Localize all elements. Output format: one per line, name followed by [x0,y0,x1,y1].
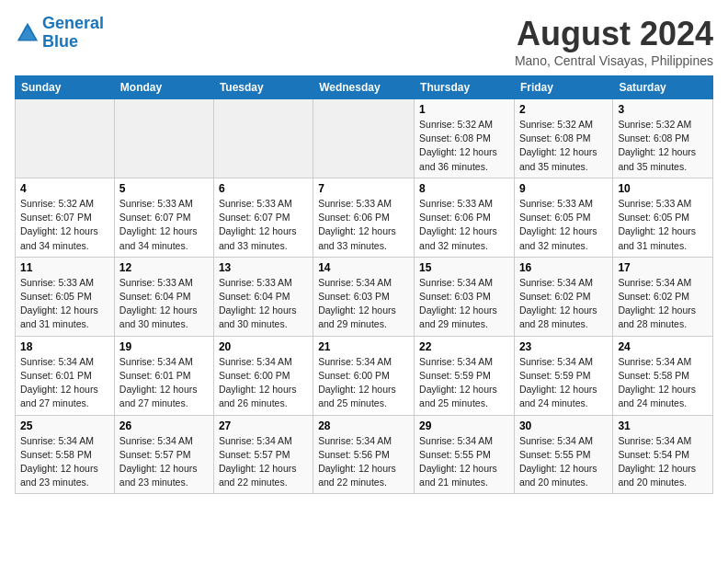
cell-content: Sunrise: 5:34 AMSunset: 5:55 PMDaylight:… [419,434,509,490]
day-number: 27 [219,419,308,432]
day-number: 4 [20,182,109,195]
day-number: 11 [20,261,109,274]
day-number: 2 [519,103,608,116]
cell-content: Sunrise: 5:34 AMSunset: 6:01 PMDaylight:… [20,355,109,411]
calendar-cell: 18Sunrise: 5:34 AMSunset: 6:01 PMDayligh… [16,336,115,415]
calendar-cell: 14Sunrise: 5:34 AMSunset: 6:03 PMDayligh… [313,257,415,336]
day-number: 6 [219,182,308,195]
day-number: 31 [618,419,708,432]
calendar-cell: 10Sunrise: 5:33 AMSunset: 6:05 PMDayligh… [613,178,713,257]
logo-line2: Blue [42,32,78,51]
title-block: August 2024 Mano, Central Visayas, Phili… [515,15,713,68]
cell-content: Sunrise: 5:34 AMSunset: 6:03 PMDaylight:… [419,276,509,332]
cell-content: Sunrise: 5:34 AMSunset: 5:58 PMDaylight:… [20,434,109,490]
cell-content: Sunrise: 5:33 AMSunset: 6:05 PMDaylight:… [618,197,708,253]
day-header-wednesday: Wednesday [313,76,415,99]
cell-content: Sunrise: 5:34 AMSunset: 5:59 PMDaylight:… [419,355,509,411]
calendar-cell: 21Sunrise: 5:34 AMSunset: 6:00 PMDayligh… [313,336,415,415]
day-number: 3 [618,103,708,116]
cell-content: Sunrise: 5:34 AMSunset: 5:54 PMDaylight:… [618,434,708,490]
day-number: 20 [219,340,308,353]
day-number: 30 [519,419,608,432]
cell-content: Sunrise: 5:32 AMSunset: 6:08 PMDaylight:… [618,118,708,174]
cell-content: Sunrise: 5:34 AMSunset: 5:57 PMDaylight:… [119,434,209,490]
calendar-cell: 11Sunrise: 5:33 AMSunset: 6:05 PMDayligh… [16,257,115,336]
calendar-body: 1Sunrise: 5:32 AMSunset: 6:08 PMDaylight… [16,99,713,494]
calendar-cell: 8Sunrise: 5:33 AMSunset: 6:06 PMDaylight… [415,178,515,257]
day-number: 25 [20,419,109,432]
calendar-cell: 12Sunrise: 5:33 AMSunset: 6:04 PMDayligh… [114,257,213,336]
day-number: 10 [618,182,708,195]
calendar-cell: 3Sunrise: 5:32 AMSunset: 6:08 PMDaylight… [613,99,713,178]
cell-content: Sunrise: 5:33 AMSunset: 6:05 PMDaylight:… [519,197,608,253]
calendar-cell [114,99,213,178]
cell-content: Sunrise: 5:34 AMSunset: 6:00 PMDaylight:… [219,355,308,411]
day-number: 18 [20,340,109,353]
calendar-cell: 16Sunrise: 5:34 AMSunset: 6:02 PMDayligh… [514,257,612,336]
cell-content: Sunrise: 5:34 AMSunset: 5:55 PMDaylight:… [519,434,608,490]
day-number: 17 [618,261,708,274]
calendar-cell: 4Sunrise: 5:32 AMSunset: 6:07 PMDaylight… [16,178,115,257]
calendar-cell: 26Sunrise: 5:34 AMSunset: 5:57 PMDayligh… [114,415,213,494]
day-number: 12 [119,261,209,274]
cell-content: Sunrise: 5:34 AMSunset: 5:57 PMDaylight:… [219,434,308,490]
week-row-5: 25Sunrise: 5:34 AMSunset: 5:58 PMDayligh… [16,415,713,494]
cell-content: Sunrise: 5:33 AMSunset: 6:07 PMDaylight:… [119,197,209,253]
month-year: August 2024 [515,15,713,53]
day-number: 14 [318,261,409,274]
calendar-header: SundayMondayTuesdayWednesdayThursdayFrid… [16,76,713,99]
cell-content: Sunrise: 5:34 AMSunset: 6:00 PMDaylight:… [318,355,409,411]
day-number: 26 [119,419,209,432]
cell-content: Sunrise: 5:34 AMSunset: 6:03 PMDaylight:… [318,276,409,332]
day-number: 29 [419,419,509,432]
cell-content: Sunrise: 5:33 AMSunset: 6:05 PMDaylight:… [20,276,109,332]
day-number: 8 [419,182,509,195]
cell-content: Sunrise: 5:33 AMSunset: 6:06 PMDaylight:… [419,197,509,253]
day-header-tuesday: Tuesday [213,76,313,99]
cell-content: Sunrise: 5:34 AMSunset: 5:59 PMDaylight:… [519,355,608,411]
calendar-cell: 22Sunrise: 5:34 AMSunset: 5:59 PMDayligh… [415,336,515,415]
calendar-cell: 19Sunrise: 5:34 AMSunset: 6:01 PMDayligh… [114,336,213,415]
cell-content: Sunrise: 5:33 AMSunset: 6:07 PMDaylight:… [219,197,308,253]
calendar-cell: 23Sunrise: 5:34 AMSunset: 5:59 PMDayligh… [514,336,612,415]
header-row: SundayMondayTuesdayWednesdayThursdayFrid… [16,76,713,99]
calendar-cell: 15Sunrise: 5:34 AMSunset: 6:03 PMDayligh… [415,257,515,336]
day-number: 7 [318,182,409,195]
week-row-3: 11Sunrise: 5:33 AMSunset: 6:05 PMDayligh… [16,257,713,336]
calendar-cell: 5Sunrise: 5:33 AMSunset: 6:07 PMDaylight… [114,178,213,257]
cell-content: Sunrise: 5:34 AMSunset: 6:02 PMDaylight:… [618,276,708,332]
page-header: General Blue August 2024 Mano, Central V… [15,15,713,68]
day-number: 22 [419,340,509,353]
calendar-cell: 29Sunrise: 5:34 AMSunset: 5:55 PMDayligh… [415,415,515,494]
cell-content: Sunrise: 5:34 AMSunset: 6:02 PMDaylight:… [519,276,608,332]
calendar-cell: 24Sunrise: 5:34 AMSunset: 5:58 PMDayligh… [613,336,713,415]
day-number: 9 [519,182,608,195]
day-number: 24 [618,340,708,353]
calendar-cell: 9Sunrise: 5:33 AMSunset: 6:05 PMDaylight… [514,178,612,257]
calendar-cell: 2Sunrise: 5:32 AMSunset: 6:08 PMDaylight… [514,99,612,178]
day-number: 15 [419,261,509,274]
day-number: 28 [318,419,409,432]
calendar-cell: 27Sunrise: 5:34 AMSunset: 5:57 PMDayligh… [213,415,313,494]
cell-content: Sunrise: 5:32 AMSunset: 6:07 PMDaylight:… [20,197,109,253]
cell-content: Sunrise: 5:34 AMSunset: 5:56 PMDaylight:… [318,434,409,490]
week-row-2: 4Sunrise: 5:32 AMSunset: 6:07 PMDaylight… [16,178,713,257]
day-number: 1 [419,103,509,116]
calendar-cell [16,99,115,178]
location: Mano, Central Visayas, Philippines [515,53,713,68]
week-row-1: 1Sunrise: 5:32 AMSunset: 6:08 PMDaylight… [16,99,713,178]
day-header-monday: Monday [114,76,213,99]
cell-content: Sunrise: 5:33 AMSunset: 6:04 PMDaylight:… [119,276,209,332]
calendar-cell: 25Sunrise: 5:34 AMSunset: 5:58 PMDayligh… [16,415,115,494]
day-header-sunday: Sunday [16,76,115,99]
calendar-table: SundayMondayTuesdayWednesdayThursdayFrid… [15,75,713,494]
day-number: 19 [119,340,209,353]
cell-content: Sunrise: 5:34 AMSunset: 5:58 PMDaylight:… [618,355,708,411]
day-number: 13 [219,261,308,274]
day-number: 21 [318,340,409,353]
cell-content: Sunrise: 5:32 AMSunset: 6:08 PMDaylight:… [419,118,509,174]
calendar-cell: 1Sunrise: 5:32 AMSunset: 6:08 PMDaylight… [415,99,515,178]
calendar-cell: 30Sunrise: 5:34 AMSunset: 5:55 PMDayligh… [514,415,612,494]
day-header-friday: Friday [514,76,612,99]
calendar-cell: 7Sunrise: 5:33 AMSunset: 6:06 PMDaylight… [313,178,415,257]
